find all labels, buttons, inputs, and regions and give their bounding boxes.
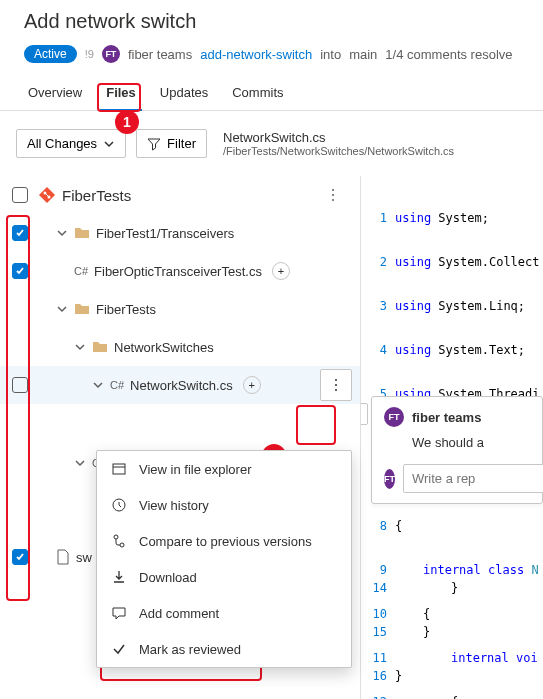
menu-mark-reviewed[interactable]: Mark as reviewed [97, 631, 351, 667]
callout-box-1 [97, 83, 141, 112]
tab-commits[interactable]: Commits [220, 75, 295, 110]
menu-download[interactable]: Download [97, 559, 351, 595]
folder-label: FiberTest1/Transceivers [96, 226, 234, 241]
menu-label: Download [139, 570, 197, 585]
all-changes-dropdown[interactable]: All Changes [16, 129, 126, 158]
tree-file-row-selected[interactable]: C# NetworkSwitch.cs + [0, 366, 360, 404]
all-changes-label: All Changes [27, 136, 97, 151]
chevron-down-icon[interactable] [56, 227, 68, 239]
tab-bar: Overview Files Updates Commits [0, 75, 543, 111]
tab-overview[interactable]: Overview [16, 75, 94, 110]
more-icon[interactable] [314, 189, 352, 201]
file-menu-button[interactable] [320, 369, 352, 401]
chevron-down-icon[interactable] [92, 379, 104, 391]
menu-view-history[interactable]: View history [97, 487, 351, 523]
file-explorer-icon [111, 461, 127, 477]
open-file-info: NetworkSwitch.cs /FiberTests/NetworkSwit… [223, 130, 454, 157]
chevron-down-icon[interactable] [74, 341, 86, 353]
svg-rect-2 [113, 464, 125, 474]
comment-status: 1/4 comments resolve [385, 47, 512, 62]
callout-box-checkboxes [6, 215, 30, 601]
tree-folder-row[interactable]: NetworkSwitches [0, 328, 360, 366]
menu-label: Compare to previous versions [139, 534, 312, 549]
folder-label: NetworkSwitches [114, 340, 214, 355]
file-icon [56, 549, 70, 565]
avatar[interactable]: FT [384, 407, 404, 427]
checkbox-root[interactable] [12, 187, 28, 203]
open-file-name: NetworkSwitch.cs [223, 130, 454, 145]
chevron-down-icon[interactable] [56, 303, 68, 315]
download-icon [111, 569, 127, 585]
tree-root-row[interactable]: FiberTests [0, 176, 360, 214]
filter-icon [147, 137, 161, 151]
source-branch[interactable]: add-network-switch [200, 47, 312, 62]
into-word: into [320, 47, 341, 62]
compare-icon [111, 533, 127, 549]
collapse-comment-button[interactable] [360, 403, 368, 425]
svg-point-4 [114, 535, 118, 539]
folder-icon [74, 226, 90, 240]
avatar[interactable]: FT [102, 45, 120, 63]
file-context-menu: View in file explorer View history Compa… [96, 450, 352, 668]
menu-label: Mark as reviewed [139, 642, 241, 657]
diff-add-icon: + [243, 376, 261, 394]
state-pill: Active [24, 45, 77, 63]
file-lang-prefix: C# [110, 379, 124, 391]
chevron-down-icon[interactable] [74, 457, 86, 469]
file-label: NetworkSwitch.cs [130, 378, 233, 393]
menu-label: View in file explorer [139, 462, 251, 477]
page-title: Add network switch [24, 10, 527, 33]
folder-label: FiberTests [96, 302, 156, 317]
comment-icon [111, 605, 127, 621]
pr-meta-row: Active !9 FT fiber teams add-network-swi… [24, 45, 527, 63]
folder-icon [92, 340, 108, 354]
menu-label: View history [139, 498, 209, 513]
code-viewer-tail: 14} 15} 16} 17 [361, 546, 543, 699]
avatar[interactable]: FT [384, 469, 395, 489]
folder-icon [74, 302, 90, 316]
git-icon [38, 186, 56, 204]
check-icon [111, 641, 127, 657]
file-label: sw [76, 550, 92, 565]
target-branch[interactable]: main [349, 47, 377, 62]
diff-add-icon: + [272, 262, 290, 280]
reply-input[interactable] [403, 464, 543, 493]
tree-folder-row[interactable]: FiberTest1/Transceivers [0, 214, 360, 252]
tree-file-row[interactable]: C# FiberOpticTransceiverTest.cs + [0, 252, 360, 290]
open-file-path: /FiberTests/NetworkSwitches/NetworkSwitc… [223, 145, 454, 157]
callout-badge-1: 1 [115, 110, 139, 134]
chevron-down-icon [103, 138, 115, 150]
callout-box-2 [296, 405, 336, 445]
file-lang-prefix: C# [74, 265, 88, 277]
chevron-left-icon [360, 408, 363, 420]
filter-label: Filter [167, 136, 196, 151]
comment-body: We should a [412, 435, 532, 450]
tree-folder-row[interactable]: FiberTests [0, 290, 360, 328]
svg-point-5 [120, 543, 124, 547]
history-icon [111, 497, 127, 513]
tab-updates[interactable]: Updates [148, 75, 220, 110]
file-label: FiberOpticTransceiverTest.cs [94, 264, 262, 279]
comment-author: fiber teams [412, 410, 481, 425]
menu-label: Add comment [139, 606, 219, 621]
menu-add-comment[interactable]: Add comment [97, 595, 351, 631]
menu-view-explorer[interactable]: View in file explorer [97, 451, 351, 487]
filter-button[interactable]: Filter [136, 129, 207, 158]
vote-indicator: !9 [85, 48, 94, 60]
team-name: fiber teams [128, 47, 192, 62]
menu-compare[interactable]: Compare to previous versions [97, 523, 351, 559]
tree-root-label: FiberTests [62, 187, 131, 204]
review-comment-card: FT fiber teams We should a FT [371, 396, 543, 504]
